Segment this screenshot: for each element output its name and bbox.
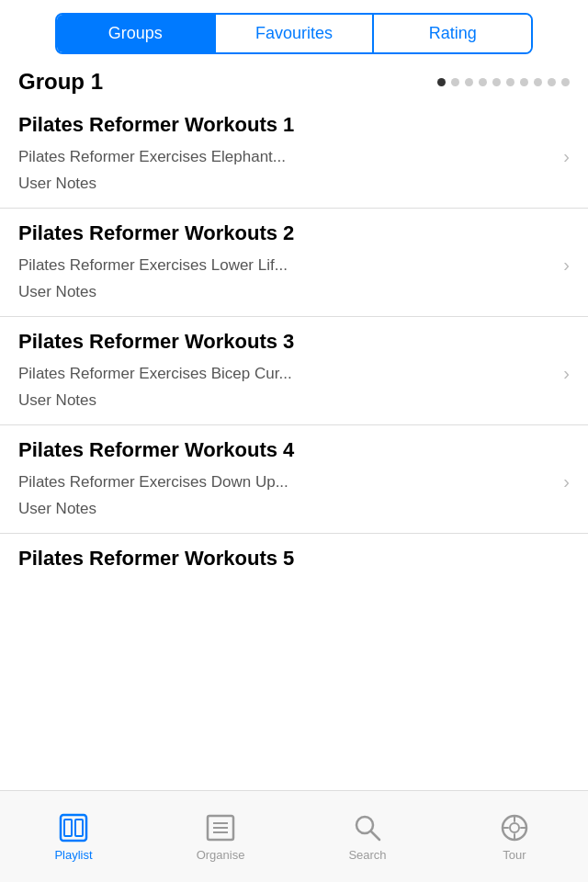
group-title: Group 1 <box>18 69 103 95</box>
svg-line-8 <box>371 831 379 840</box>
workout-name-4: Pilates Reformer Workouts 4 <box>18 435 570 462</box>
tab-search-label: Search <box>348 848 386 862</box>
workout-notes-3: User Notes <box>18 388 570 415</box>
chevron-icon-1: › <box>563 146 570 167</box>
workout-detail-row-2[interactable]: Pilates Reformer Exercises Lower Lif...› <box>18 251 570 279</box>
page-dot-0 <box>437 78 446 86</box>
tab-rating[interactable]: Rating <box>374 15 531 52</box>
page-dot-3 <box>479 78 487 86</box>
workout-detail-row-3[interactable]: Pilates Reformer Exercises Bicep Cur...› <box>18 359 570 388</box>
tab-favourites[interactable]: Favourites <box>216 15 373 52</box>
search-icon <box>351 811 384 844</box>
workout-item-3: Pilates Reformer Workouts 3Pilates Refor… <box>0 316 588 424</box>
tab-organise[interactable]: Organise <box>147 811 294 862</box>
tab-bar: Playlist Organise Search Tour <box>0 790 588 882</box>
page-dot-1 <box>451 78 459 86</box>
workout-list: Pilates Reformer Workouts 1Pilates Refor… <box>0 100 588 585</box>
tab-groups[interactable]: Groups <box>57 15 214 52</box>
page-dot-4 <box>492 78 501 86</box>
tour-icon <box>498 811 531 844</box>
tab-playlist-label: Playlist <box>54 848 92 862</box>
workout-item-4: Pilates Reformer Workouts 4Pilates Refor… <box>0 424 588 533</box>
page-dot-9 <box>561 78 570 86</box>
workout-detail-text-2: Pilates Reformer Exercises Lower Lif... <box>18 256 288 275</box>
workout-item-2: Pilates Reformer Workouts 2Pilates Refor… <box>0 208 588 316</box>
workout-name-3: Pilates Reformer Workouts 3 <box>18 326 570 354</box>
page-dots <box>437 78 570 86</box>
chevron-icon-2: › <box>563 254 570 276</box>
workout-detail-text-3: Pilates Reformer Exercises Bicep Cur... <box>18 365 292 383</box>
segmented-control[interactable]: Groups Favourites Rating <box>55 13 533 54</box>
workout-notes-4: User Notes <box>18 496 570 524</box>
page-dot-7 <box>534 78 542 86</box>
workout-item-5: Pilates Reformer Workouts 5 <box>0 533 588 585</box>
workout-detail-text-1: Pilates Reformer Exercises Elephant... <box>18 148 286 166</box>
svg-point-10 <box>510 823 519 832</box>
chevron-icon-4: › <box>563 471 570 492</box>
workout-detail-row-4[interactable]: Pilates Reformer Exercises Down Up...› <box>18 468 570 496</box>
workout-name-1: Pilates Reformer Workouts 1 <box>18 109 570 137</box>
workout-detail-row-1[interactable]: Pilates Reformer Exercises Elephant...› <box>18 142 570 171</box>
playlist-icon <box>57 811 90 844</box>
tab-organise-label: Organise <box>197 848 245 862</box>
svg-rect-2 <box>75 820 83 836</box>
workout-item-1: Pilates Reformer Workouts 1Pilates Refor… <box>0 100 588 208</box>
page-dot-8 <box>548 78 556 86</box>
tab-playlist[interactable]: Playlist <box>0 811 147 862</box>
svg-rect-1 <box>64 820 72 836</box>
tab-tour-label: Tour <box>503 848 526 862</box>
chevron-icon-3: › <box>563 363 570 384</box>
workout-name-2: Pilates Reformer Workouts 2 <box>18 218 570 245</box>
page-dot-2 <box>465 78 473 86</box>
organise-icon <box>204 811 237 844</box>
tab-tour[interactable]: Tour <box>441 811 588 862</box>
workout-notes-1: User Notes <box>18 171 570 198</box>
tab-search[interactable]: Search <box>294 811 441 862</box>
page-dot-6 <box>520 78 528 86</box>
workout-notes-2: User Notes <box>18 279 570 307</box>
page-dot-5 <box>506 78 514 86</box>
group-header: Group 1 <box>0 63 588 100</box>
workout-detail-text-4: Pilates Reformer Exercises Down Up... <box>18 473 288 492</box>
workout-name-5: Pilates Reformer Workouts 5 <box>18 543 570 571</box>
